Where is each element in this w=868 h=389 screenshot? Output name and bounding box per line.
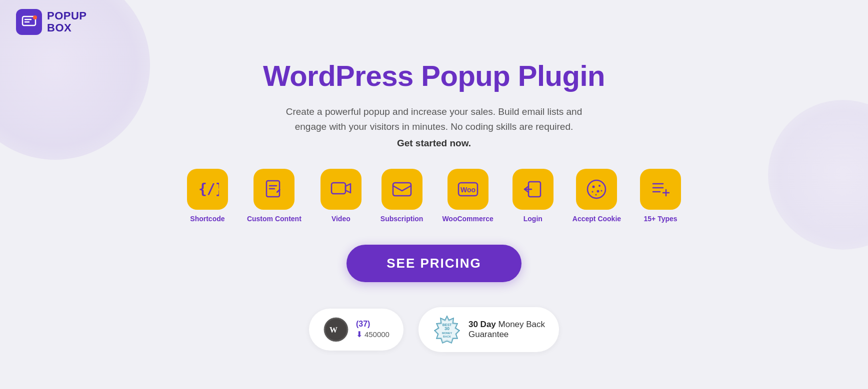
feature-login: Login xyxy=(512,169,554,223)
login-icon-box[interactable] xyxy=(512,169,554,210)
money-back-text: 30 Day Money Back Guarantee xyxy=(468,320,545,340)
wp-downloads: ⬇ 450000 xyxy=(356,330,390,339)
feature-accept-cookie: Accept Cookie xyxy=(572,169,621,223)
logo-text: POPUP BOX xyxy=(47,10,87,34)
svg-point-14 xyxy=(597,190,600,192)
svg-text:30: 30 xyxy=(444,326,450,331)
svg-point-12 xyxy=(592,185,595,188)
svg-rect-7 xyxy=(393,183,411,196)
money-back-seal-icon: BEST 30 MONEY BACK xyxy=(432,315,462,344)
svg-text:Woo: Woo xyxy=(460,186,476,194)
main-content: WordPress Popup Plugin Create a powerful… xyxy=(0,44,868,352)
subscription-label: Subscription xyxy=(380,215,424,223)
wp-info: (37) ⬇ 450000 xyxy=(356,320,390,339)
custom-content-icon-box[interactable] xyxy=(254,169,294,210)
download-arrow-icon: ⬇ xyxy=(356,330,362,339)
feature-shortcode: {/} Shortcode xyxy=(187,169,228,223)
woocommerce-label: WooCommerce xyxy=(442,215,493,223)
15-types-icon-box[interactable] xyxy=(640,169,681,210)
wordpress-icon: W xyxy=(323,317,349,343)
svg-point-3 xyxy=(33,15,37,19)
subscription-icon-box[interactable] xyxy=(382,169,422,210)
custom-content-label: Custom Content xyxy=(247,215,302,223)
money-back-title: 30 Day Money Back xyxy=(468,320,545,330)
header: POPUP BOX xyxy=(0,0,868,44)
svg-point-16 xyxy=(601,190,602,191)
see-pricing-button[interactable]: SEE PRICING xyxy=(346,245,522,282)
feature-custom-content: Custom Content xyxy=(247,169,302,223)
svg-text:W: W xyxy=(330,326,338,334)
accept-cookie-icon-box[interactable] xyxy=(576,169,617,210)
money-back-badge: BEST 30 MONEY BACK 30 Day Money Back Gua… xyxy=(418,307,559,352)
features-row: {/} Shortcode Custom Content xyxy=(187,169,681,223)
feature-woocommerce: Woo WooCommerce xyxy=(442,169,493,223)
svg-text:{/}: {/} xyxy=(198,181,219,197)
login-label: Login xyxy=(524,215,542,223)
woocommerce-icon-box[interactable]: Woo xyxy=(448,169,488,210)
feature-15-types: 15+ Types xyxy=(640,169,681,223)
feature-video: Video xyxy=(320,169,362,223)
svg-text:MONEY: MONEY xyxy=(442,332,452,335)
15-types-label: 15+ Types xyxy=(644,215,678,223)
svg-point-15 xyxy=(592,191,594,192)
svg-rect-6 xyxy=(332,183,346,194)
feature-subscription: Subscription xyxy=(380,169,424,223)
badges-row: W (37) ⬇ 450000 BEST 30 MONEY BACK xyxy=(309,307,559,352)
video-icon-box[interactable] xyxy=(320,169,362,210)
logo-icon xyxy=(16,9,42,35)
shortcode-icon-box[interactable]: {/} xyxy=(187,169,228,210)
wordpress-badge: W (37) ⬇ 450000 xyxy=(309,309,404,351)
svg-point-13 xyxy=(598,185,600,187)
wp-reviews: (37) xyxy=(356,320,390,329)
money-back-subtitle: Guarantee xyxy=(468,330,545,340)
shortcode-label: Shortcode xyxy=(190,215,224,223)
svg-point-17 xyxy=(596,194,597,195)
hero-title: WordPress Popup Plugin xyxy=(263,59,605,92)
logo[interactable]: POPUP BOX xyxy=(16,9,87,35)
svg-text:BACK: BACK xyxy=(443,335,451,338)
hero-cta-text: Get started now. xyxy=(397,138,471,149)
video-label: Video xyxy=(332,215,350,223)
svg-point-11 xyxy=(588,180,606,198)
accept-cookie-label: Accept Cookie xyxy=(572,215,621,223)
hero-subtitle: Create a powerful popup and increase you… xyxy=(279,104,589,135)
